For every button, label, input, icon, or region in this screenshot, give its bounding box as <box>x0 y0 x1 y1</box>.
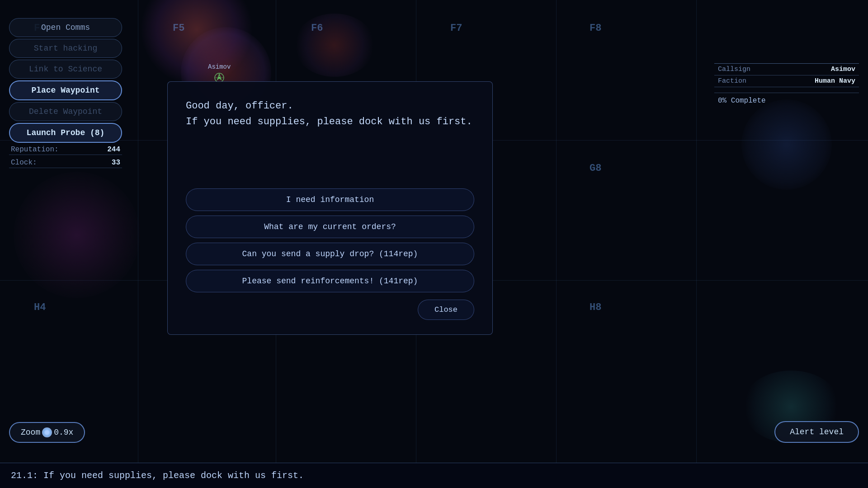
dialog-message: Good day, officer. If you need supplies,… <box>186 98 474 170</box>
delete-waypoint-button[interactable]: Delete Waypoint <box>9 102 122 121</box>
callsign-row: Callsign Asimov <box>714 64 859 75</box>
dialog-overlay: Good day, officer. If you need supplies,… <box>167 81 493 335</box>
faction-value: Human Navy <box>815 77 855 85</box>
zoom-label: Zoom <box>21 428 40 437</box>
callsign-value: Asimov <box>831 66 855 73</box>
close-button[interactable]: Close <box>418 300 474 320</box>
choice-current-orders[interactable]: What are my current orders? <box>186 216 474 238</box>
reputation-label: Reputation: <box>11 145 59 154</box>
clock-label: Clock: <box>11 159 37 167</box>
open-comms-button[interactable]: Open Comms <box>9 18 122 37</box>
grid-label-h8: H8 <box>590 302 601 313</box>
link-to-science-button[interactable]: Link to Science <box>9 60 122 79</box>
progress-text: 0% Complete <box>718 97 766 105</box>
zoom-value: 0.9x <box>54 428 73 437</box>
grid-label-f7: F7 <box>450 23 462 34</box>
grid-label-f5: F5 <box>173 23 184 34</box>
grid-label-h4: H4 <box>34 302 46 313</box>
svg-point-2 <box>218 77 220 79</box>
zoom-control: Zoom 0.9x <box>9 422 85 443</box>
zoom-button[interactable]: Zoom 0.9x <box>9 422 85 443</box>
log-text: 21.1: If you need supplies, please dock … <box>11 470 304 481</box>
reputation-row: Reputation: 244 <box>9 145 122 155</box>
clock-value: 33 <box>112 159 120 167</box>
start-hacking-button[interactable]: Start hacking <box>9 39 122 58</box>
clock-row: Clock: 33 <box>9 158 122 168</box>
callsign-label: Callsign <box>718 66 750 73</box>
grid-label-g8: G8 <box>590 163 601 174</box>
faction-label: Faction <box>718 77 746 85</box>
launch-probe-button[interactable]: Launch Probe (8) <box>9 123 122 143</box>
ship-name: Asimov <box>208 63 231 70</box>
info-table: Callsign Asimov Faction Human Navy <box>714 63 859 87</box>
bottom-log: 21.1: If you need supplies, please dock … <box>0 463 868 488</box>
left-sidebar: Open Comms Start hacking Link to Science… <box>9 18 122 143</box>
grid-label-f6: F6 <box>311 23 323 34</box>
grid-label-f8: F8 <box>590 23 601 34</box>
right-panel: Callsign Asimov Faction Human Navy 0% Co… <box>714 63 859 108</box>
choice-supply-drop[interactable]: Can you send a supply drop? (114rep) <box>186 243 474 265</box>
progress-section: 0% Complete <box>714 93 859 108</box>
dialog-choices: I need information What are my current o… <box>186 188 474 292</box>
choice-need-info[interactable]: I need information <box>186 188 474 211</box>
place-waypoint-button[interactable]: Place Waypoint <box>9 80 122 100</box>
reputation-value: 244 <box>107 145 120 154</box>
zoom-knob[interactable] <box>42 427 52 437</box>
dialog-line1: Good day, officer. <box>186 98 474 114</box>
dialog-line2: If you need supplies, please dock with u… <box>186 114 474 130</box>
choice-reinforcements[interactable]: Please send reinforcements! (141rep) <box>186 270 474 292</box>
dialog-footer: Close <box>186 300 474 320</box>
stats-section: Reputation: 244 Clock: 33 <box>9 145 122 171</box>
faction-row: Faction Human Navy <box>714 75 859 87</box>
alert-level-button[interactable]: Alert level <box>774 421 859 443</box>
